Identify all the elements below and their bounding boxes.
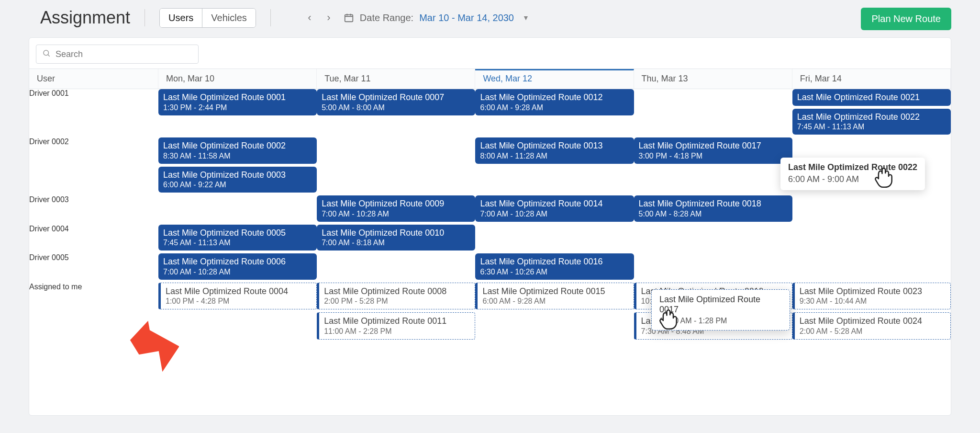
route-title: Last Mile Optimized Route 0012 (480, 92, 629, 103)
route-title: Last Mile Optimized Route 0009 (322, 198, 470, 209)
day-cell[interactable]: Last Mile Optimized Route 00239:30 AM - … (792, 283, 951, 342)
plan-new-route-button[interactable]: Plan New Route (861, 8, 951, 30)
day-cell[interactable] (317, 253, 475, 283)
day-cell[interactable] (634, 253, 792, 283)
route-card[interactable]: Last Mile Optimized Route 00173:00 PM - … (634, 137, 792, 164)
day-cell[interactable]: Last Mile Optimized Route 0021Last Mile … (792, 89, 951, 137)
route-card[interactable]: Last Mile Optimized Route 0021 (792, 89, 951, 106)
route-card[interactable]: Last Mile Optimized Route 00097:00 AM - … (317, 195, 475, 222)
day-cell[interactable] (634, 225, 792, 254)
day-cell[interactable]: Last Mile Optimized Route 00011:30 PM - … (158, 89, 317, 137)
day-cell[interactable] (475, 225, 634, 254)
col-day[interactable]: Thu, Mar 13 (634, 69, 792, 89)
day-cell[interactable] (792, 225, 951, 254)
route-card[interactable]: Last Mile Optimized Route 00057:45 AM - … (158, 225, 317, 251)
day-cell[interactable]: Last Mile Optimized Route 00097:00 AM - … (317, 195, 475, 225)
route-card[interactable]: Last Mile Optimized Route 001111:00 AM -… (317, 312, 475, 340)
search-icon (42, 49, 51, 59)
day-cell[interactable]: Last Mile Optimized Route 00041:00 PM - … (158, 283, 317, 342)
day-cell[interactable]: Last Mile Optimized Route 00028:30 AM - … (158, 137, 317, 195)
route-card[interactable]: Last Mile Optimized Route 00041:00 PM - … (158, 283, 317, 310)
col-day[interactable]: Mon, Mar 10 (158, 69, 317, 89)
route-card[interactable]: Last Mile Optimized Route 00107:00 AM - … (317, 225, 475, 251)
route-time: 8:30 AM - 11:58 AM (163, 151, 312, 161)
assignment-panel: UserMon, Mar 10Tue, Mar 11Wed, Mar 12Thu… (29, 37, 951, 416)
route-card[interactable]: Last Mile Optimized Route 00227:45 AM - … (792, 109, 951, 135)
day-cell[interactable] (634, 89, 792, 137)
route-card[interactable]: Last Mile Optimized Route 00156:00 AM - … (475, 283, 634, 310)
route-title: Last Mile Optimized Route 0005 (163, 228, 312, 239)
route-time: 5:00 AM - 8:00 AM (322, 103, 470, 113)
col-day[interactable]: Wed, Mar 12 (475, 69, 634, 89)
day-cell[interactable]: Last Mile Optimized Route 00126:00 AM - … (475, 89, 634, 137)
route-card[interactable]: Last Mile Optimized Route 00166:30 AM - … (475, 253, 634, 280)
col-day[interactable]: Fri, Mar 14 (792, 69, 951, 89)
day-cell[interactable] (158, 195, 317, 225)
tooltip-time: 6:00 AM - 9:00 AM (788, 174, 917, 184)
calendar-icon[interactable] (344, 12, 354, 23)
route-card[interactable]: Last Mile Optimized Route 00011:30 PM - … (158, 89, 317, 115)
day-cell[interactable]: Last Mile Optimized Route 00166:30 AM - … (475, 253, 634, 283)
day-cell[interactable]: Last Mile Optimized Route 00082:00 PM - … (317, 283, 475, 342)
search-box (36, 45, 199, 64)
day-cell[interactable]: Last Mile Optimized Route 00173:00 PM - … (634, 137, 792, 195)
route-time: 6:00 AM - 9:28 AM (482, 296, 628, 306)
tab-vehicles[interactable]: Vehicles (202, 9, 256, 27)
user-cell: Driver 0004 (29, 225, 158, 254)
route-card[interactable]: Last Mile Optimized Route 00036:00 AM - … (158, 167, 317, 193)
tab-users[interactable]: Users (160, 9, 202, 27)
route-title: Last Mile Optimized Route 0001 (163, 92, 312, 103)
day-cell[interactable]: Last Mile Optimized Route 00156:00 AM - … (475, 283, 634, 342)
col-day[interactable]: Tue, Mar 11 (317, 69, 475, 89)
route-title: Last Mile Optimized Route 0008 (324, 286, 470, 297)
route-time: 9:30 AM - 10:44 AM (800, 296, 946, 306)
day-cell[interactable] (317, 137, 475, 195)
route-card[interactable]: Last Mile Optimized Route 00082:00 PM - … (317, 283, 475, 310)
day-cell[interactable]: Last Mile Optimized Route 00147:00 AM - … (475, 195, 634, 225)
divider (270, 9, 271, 26)
route-title: Last Mile Optimized Route 0024 (800, 316, 946, 327)
route-card[interactable]: Last Mile Optimized Route 00067:00 AM - … (158, 253, 317, 280)
day-cell[interactable]: Last Mile Optimized Route 00138:00 AM - … (475, 137, 634, 195)
route-card[interactable]: Last Mile Optimized Route 00147:00 AM - … (475, 195, 634, 222)
day-cell[interactable]: Last Mile Optimized Route 00075:00 AM - … (317, 89, 475, 137)
chevron-down-icon[interactable]: ▼ (523, 14, 529, 22)
route-title: Last Mile Optimized Route 0004 (166, 286, 312, 297)
day-cell[interactable]: Last Mile Optimized Route 00067:00 AM - … (158, 253, 317, 283)
route-time: 1:30 PM - 2:44 PM (163, 103, 312, 113)
day-cell[interactable]: Last Mile Optimized Route 00107:00 AM - … (317, 225, 475, 254)
route-card[interactable]: Last Mile Optimized Route 00242:00 AM - … (792, 312, 951, 340)
route-time: 7:00 AM - 8:18 AM (322, 238, 470, 248)
route-time: 3:00 PM - 4:18 PM (639, 151, 788, 161)
route-card[interactable]: Last Mile Optimized Route 00028:30 AM - … (158, 137, 317, 164)
route-time: 7:45 AM - 11:13 AM (163, 238, 312, 248)
date-range-value[interactable]: Mar 10 - Mar 14, 2030 (419, 12, 514, 23)
route-title: Last Mile Optimized Route 0022 (797, 112, 946, 123)
route-title: Last Mile Optimized Route 0003 (163, 170, 312, 181)
route-time: 7:00 AM - 10:28 AM (322, 209, 470, 219)
prev-arrow-icon[interactable]: ‹ (303, 11, 316, 24)
route-card[interactable]: Last Mile Optimized Route 00185:00 AM - … (634, 195, 792, 222)
route-title: Last Mile Optimized Route 0010 (322, 228, 470, 239)
day-cell[interactable]: Last Mile Optimized Route 00057:45 AM - … (158, 225, 317, 254)
svg-point-1 (44, 50, 49, 56)
search-input[interactable] (56, 49, 192, 59)
route-card[interactable]: Last Mile Optimized Route 00075:00 AM - … (317, 89, 475, 115)
route-title: Last Mile Optimized Route 0013 (480, 140, 629, 151)
route-time: 7:00 AM - 10:28 AM (163, 267, 312, 277)
route-title: Last Mile Optimized Route 0014 (480, 198, 629, 209)
route-title: Last Mile Optimized Route 0018 (639, 198, 788, 209)
route-card[interactable]: Last Mile Optimized Route 00138:00 AM - … (475, 137, 634, 164)
route-title: Last Mile Optimized Route 0002 (163, 140, 312, 151)
day-cell[interactable]: Last Mile Optimized Route 00185:00 AM - … (634, 195, 792, 225)
route-card[interactable]: Last Mile Optimized Route 00126:00 AM - … (475, 89, 634, 115)
route-card[interactable]: Last Mile Optimized Route 00239:30 AM - … (792, 283, 951, 310)
day-cell[interactable] (792, 195, 951, 225)
user-cell: Driver 0001 (29, 89, 158, 137)
day-cell[interactable] (792, 253, 951, 283)
svg-marker-2 (127, 320, 179, 373)
user-cell: Driver 0002 (29, 137, 158, 195)
route-time: 5:00 AM - 8:28 AM (639, 209, 788, 219)
view-toggle: Users Vehicles (159, 8, 256, 28)
next-arrow-icon[interactable]: › (323, 11, 335, 24)
